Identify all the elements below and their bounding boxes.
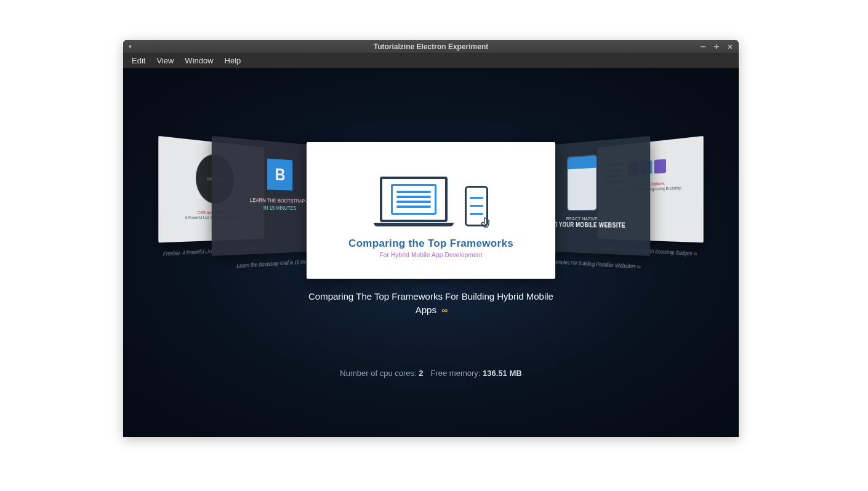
cpu-stat: Number of cpu cores: 2 <box>340 369 423 378</box>
window-controls <box>697 42 736 52</box>
caption-text: Comparing The Top Frameworks For Buildin… <box>308 291 553 315</box>
app-menu-button[interactable]: ▾ <box>123 40 137 53</box>
minimize-button[interactable] <box>697 42 709 52</box>
link-icon: ∞ <box>637 263 641 270</box>
menu-view[interactable]: View <box>151 55 179 66</box>
maximize-icon <box>713 44 720 50</box>
menu-help[interactable]: Help <box>220 55 246 66</box>
cpu-label: Number of cpu cores: <box>340 369 416 378</box>
maximize-button[interactable] <box>710 42 723 52</box>
menu-window[interactable]: Window <box>180 55 218 66</box>
bootstrap-icon: B <box>267 159 292 191</box>
link-icon[interactable]: ∞ <box>441 305 446 315</box>
app-window: ▾ Tutorialzine Electron Experiment Edit … <box>123 40 739 437</box>
minimize-icon <box>700 44 706 50</box>
active-item-caption: Comparing The Top Frameworks For Buildin… <box>308 290 554 317</box>
close-icon <box>727 44 733 50</box>
mem-value: 136.51 MB <box>483 369 522 378</box>
cpu-value: 2 <box>419 369 423 378</box>
window-title: Tutorialzine Electron Experiment <box>374 42 488 51</box>
close-button[interactable] <box>724 42 736 52</box>
mem-label: Free memory: <box>431 369 481 378</box>
menu-edit[interactable]: Edit <box>127 55 150 66</box>
mem-stat: Free memory: 136.51 MB <box>431 369 522 378</box>
titlebar[interactable]: ▾ Tutorialzine Electron Experiment <box>123 40 739 54</box>
phone-thumbnail-icon <box>567 154 597 211</box>
center-subheading: For Hybrid Mobile App Development <box>379 252 482 258</box>
phone-icon <box>465 186 488 226</box>
link-icon: ∞ <box>693 250 697 257</box>
hand-icon <box>479 216 491 228</box>
menubar: Edit View Window Help <box>123 54 739 68</box>
system-stats: Number of cpu cores: 2 Free memory: 136.… <box>340 369 521 378</box>
center-heading: Comparing the Top Frameworks <box>348 238 513 250</box>
content-area: OPTIONS CSS and JS Options A Powerful Li… <box>123 68 739 437</box>
center-illustration <box>374 177 488 226</box>
laptop-icon <box>374 177 454 226</box>
carousel-card-center[interactable]: Comparing the Top Frameworks For Hybrid … <box>307 142 555 279</box>
